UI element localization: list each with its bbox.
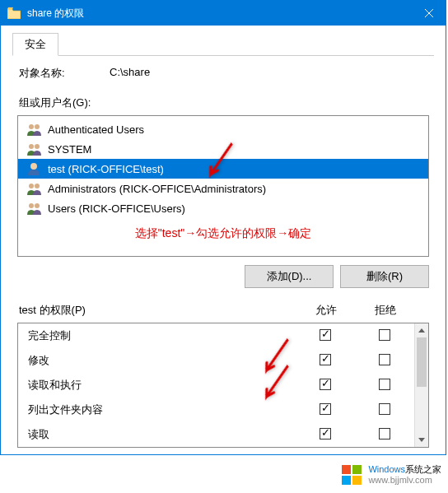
user-icon bbox=[26, 162, 43, 175]
svg-point-7 bbox=[29, 203, 34, 208]
scrollbar-thumb[interactable] bbox=[417, 337, 427, 387]
permissions-label: test 的权限(P) bbox=[17, 303, 296, 318]
watermark-brand-suffix: 系统之家 bbox=[405, 464, 441, 474]
allow-checkbox[interactable] bbox=[320, 354, 331, 365]
permission-name: 列出文件夹内容 bbox=[28, 402, 296, 417]
list-item-label: Administrators (RICK-OFFICE\Administrato… bbox=[48, 183, 266, 195]
deny-checkbox[interactable] bbox=[379, 354, 390, 365]
svg-point-6 bbox=[35, 184, 40, 188]
permission-row: 列出文件夹内容 bbox=[18, 398, 414, 422]
permission-row: 修改 bbox=[18, 348, 414, 373]
permission-name: 修改 bbox=[28, 353, 296, 368]
users-icon bbox=[26, 202, 43, 215]
permission-name: 读取 bbox=[28, 427, 296, 442]
annotation-text: 选择"test"→勾选允许的权限→确定 bbox=[18, 218, 428, 253]
object-name-row: 对象名称: C:\share bbox=[19, 66, 427, 81]
deny-checkbox[interactable] bbox=[379, 379, 390, 390]
users-listbox[interactable]: Authenticated Users SYSTEM test (RICK-OF… bbox=[17, 115, 429, 257]
list-item-label: Authenticated Users bbox=[48, 123, 144, 136]
watermark: Windows系统之家 www.bjjmlv.com bbox=[340, 463, 441, 486]
deny-checkbox[interactable] bbox=[379, 428, 390, 440]
deny-checkbox[interactable] bbox=[379, 403, 390, 415]
svg-point-1 bbox=[35, 124, 40, 129]
scroll-down-button[interactable] bbox=[415, 433, 428, 447]
add-button[interactable]: 添加(D)... bbox=[245, 265, 334, 288]
svg-point-8 bbox=[35, 203, 40, 208]
object-name-value: C:\share bbox=[110, 66, 150, 81]
list-item-label: SYSTEM bbox=[48, 143, 91, 156]
permissions-listbox: 完全控制 修改 读取和执行 列出文件夹内容 bbox=[17, 323, 429, 448]
permission-row: 读取和执行 bbox=[18, 373, 414, 398]
permissions-header: test 的权限(P) 允许 拒绝 bbox=[17, 303, 429, 318]
list-item[interactable]: Users (RICK-OFFICE\Users) bbox=[18, 198, 428, 218]
tab-security[interactable]: 安全 bbox=[12, 33, 58, 56]
list-item-label: test (RICK-OFFICE\test) bbox=[48, 163, 164, 175]
allow-checkbox[interactable] bbox=[320, 428, 331, 440]
allow-checkbox[interactable] bbox=[320, 329, 331, 341]
svg-point-5 bbox=[29, 184, 34, 188]
window-title: share 的权限 bbox=[27, 7, 413, 21]
deny-checkbox[interactable] bbox=[379, 329, 390, 341]
list-item[interactable]: Authenticated Users bbox=[18, 119, 428, 139]
titlebar: share 的权限 bbox=[1, 1, 446, 26]
groups-label: 组或用户名(G): bbox=[19, 95, 427, 110]
watermark-text: Windows系统之家 www.bjjmlv.com bbox=[368, 464, 441, 486]
users-icon bbox=[26, 123, 43, 136]
permission-name: 完全控制 bbox=[28, 328, 296, 343]
svg-point-0 bbox=[29, 124, 34, 129]
list-item-label: Users (RICK-OFFICE\Users) bbox=[48, 202, 185, 215]
allow-checkbox[interactable] bbox=[320, 403, 331, 415]
svg-rect-10 bbox=[352, 465, 362, 474]
close-button[interactable] bbox=[413, 1, 446, 26]
scroll-up-button[interactable] bbox=[415, 323, 428, 337]
scrollbar[interactable] bbox=[414, 323, 428, 447]
permission-row: 完全控制 bbox=[18, 323, 414, 348]
users-icon bbox=[26, 142, 43, 156]
users-icon bbox=[26, 182, 43, 195]
svg-rect-12 bbox=[352, 476, 362, 485]
properties-window: share 的权限 安全 对象名称: C:\share 组或用户名(G): Au… bbox=[0, 0, 446, 455]
allow-checkbox[interactable] bbox=[320, 379, 331, 390]
svg-rect-9 bbox=[342, 465, 351, 474]
svg-point-3 bbox=[35, 144, 40, 149]
permission-row: 读取 bbox=[18, 422, 414, 447]
watermark-brand-prefix: Windows bbox=[368, 464, 405, 474]
svg-point-4 bbox=[30, 163, 37, 170]
object-name-label: 对象名称: bbox=[19, 66, 110, 81]
permissions-list: 完全控制 修改 读取和执行 列出文件夹内容 bbox=[18, 323, 414, 447]
deny-column-header: 拒绝 bbox=[356, 303, 415, 318]
svg-rect-11 bbox=[342, 476, 351, 485]
button-row: 添加(D)... 删除(R) bbox=[17, 265, 429, 288]
tab-bar: 安全 bbox=[12, 32, 434, 56]
folder-icon bbox=[7, 7, 21, 19]
allow-column-header: 允许 bbox=[296, 303, 356, 318]
remove-button[interactable]: 删除(R) bbox=[340, 265, 429, 288]
content-area: 安全 对象名称: C:\share 组或用户名(G): Authenticate… bbox=[1, 26, 446, 454]
watermark-url: www.bjjmlv.com bbox=[368, 475, 441, 486]
windows-logo-icon bbox=[340, 463, 363, 486]
list-item[interactable]: Administrators (RICK-OFFICE\Administrato… bbox=[18, 179, 428, 198]
svg-point-2 bbox=[29, 144, 34, 149]
